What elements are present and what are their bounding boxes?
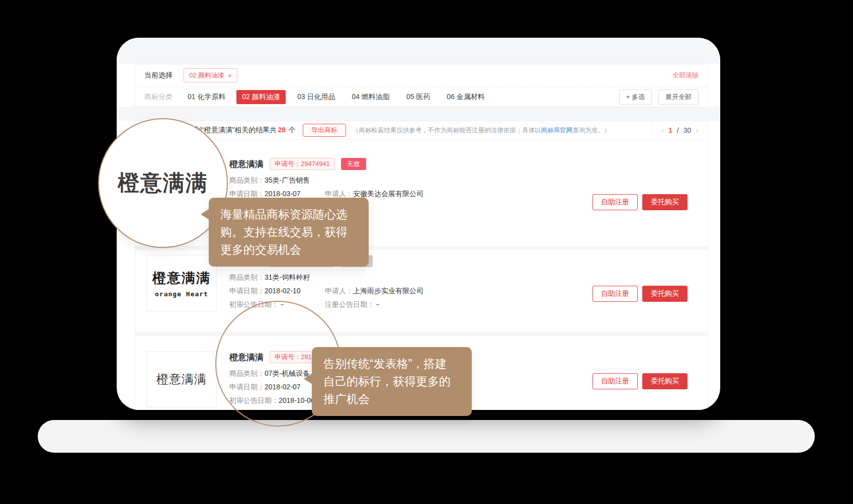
field-label: 申请人： — [325, 287, 353, 295]
field-value: 2018-02-10 — [265, 287, 301, 295]
category-label: 商标分类 — [144, 93, 173, 102]
trademark-office-link[interactable]: 商标局官网 — [541, 127, 573, 134]
trademark-image[interactable]: 橙意满满orange Heart — [146, 255, 217, 311]
trademark-name[interactable]: 橙意满满 — [229, 158, 264, 170]
pagination: ‹ 1 / 30 › — [652, 125, 708, 135]
prev-page-icon[interactable]: ‹ — [661, 125, 664, 135]
detail-field: 申请人：上海雨步实业有限公司 — [325, 287, 423, 296]
category-tabs: 01 化学原料02 颜料油漆03 日化用品04 燃料油脂05 医药06 金属材料 — [188, 90, 501, 104]
laptop-base — [38, 420, 815, 453]
field-value: 2018-02-07 — [265, 383, 301, 391]
trademark-image[interactable]: 橙意满满 — [146, 351, 217, 407]
detail-field: 注册公告日期：－ — [325, 300, 381, 309]
remove-filter-icon[interactable]: × — [228, 72, 232, 79]
selected-filter-tag[interactable]: 02 颜料油漆 × — [184, 68, 237, 82]
trademark-image-text: 橙意满满 — [152, 269, 211, 287]
detail-line: 商品类别：31类-饲料种籽 — [229, 273, 592, 282]
application-number-tag: 申请号：29474941 — [270, 158, 335, 170]
detail-field: 商品类别：31类-饲料种籽 — [229, 273, 325, 282]
detail-field: 申请日期：2018-02-10 — [229, 287, 325, 296]
trademark-name[interactable]: 橙意满满 — [229, 352, 264, 363]
disclaimer-pre: （商标检索结果仅供参考，不作为商标能否注册的法律依据；具体以 — [353, 127, 541, 134]
magnified-trademark-text: 橙意满满 — [118, 169, 208, 198]
category-tab[interactable]: 02 颜料油漆 — [236, 90, 285, 104]
detail-field: 商品类别：35类-广告销售 — [229, 176, 325, 185]
field-label: 申请日期： — [229, 287, 265, 295]
window-top-bar — [117, 38, 720, 64]
category-row: 商标分类 01 化学原料02 颜料油漆03 日化用品04 燃料油脂05 医药06… — [135, 87, 708, 107]
field-value: 安徽美达会展有限公司 — [353, 190, 423, 198]
entrust-purchase-button[interactable]: 委托购买 — [642, 194, 688, 210]
field-value: 2018-10-06 — [279, 396, 315, 404]
detail-line: 初审公告日期：－注册公告日期：－ — [229, 300, 592, 309]
self-register-button[interactable]: 自助注册 — [592, 373, 638, 389]
page-separator: / — [677, 126, 679, 134]
field-label: 初审公告日期： — [229, 396, 279, 404]
results-summary-suffix: 个 — [287, 126, 296, 134]
page: { "filter_bar": { "label": "当前选择", "tag_… — [0, 0, 853, 504]
field-value: － — [374, 300, 381, 308]
results-header: 当前分类下检索到“橙意满满”相关的结果共28 个 导出商标 （商标检索结果仅供参… — [135, 121, 708, 140]
next-page-icon[interactable]: › — [696, 125, 699, 135]
field-label: 商品类别： — [229, 176, 265, 184]
clear-all-button[interactable]: 全部清除 — [672, 71, 699, 80]
panel-gap — [117, 107, 720, 121]
detail-field: 初审公告日期：2018-10-06 — [229, 396, 325, 405]
disclaimer-text: （商标检索结果仅供参考，不作为商标能否注册的法律依据；具体以商标局官网查询为准。… — [353, 126, 652, 135]
entrust-purchase-button[interactable]: 委托购买 — [642, 286, 688, 302]
callout-bubble-promotion: 告别传统“发表格”，搭建 自己的标行，获得更多的 推广机会 — [312, 347, 472, 416]
field-value: － — [279, 300, 286, 308]
filter-tag-label: 02 颜料油漆 — [189, 71, 224, 80]
detail-line: 商品类别：35类-广告销售 — [229, 176, 592, 185]
export-trademarks-button[interactable]: 导出商标 — [303, 124, 346, 137]
total-pages: 30 — [684, 126, 692, 134]
row-separator — [135, 332, 708, 336]
trademark-image-subtext: orange Heart — [155, 290, 208, 298]
entrust-purchase-button[interactable]: 委托购买 — [642, 373, 688, 389]
category-tab[interactable]: 05 医药 — [406, 93, 430, 102]
row-actions: 自助注册委托购买 — [592, 373, 688, 389]
field-label: 注册公告日期： — [325, 300, 374, 308]
field-value: 31类-饲料种籽 — [265, 273, 310, 281]
trademark-image-text: 橙意满满 — [156, 371, 207, 387]
self-register-button[interactable]: 自助注册 — [592, 194, 638, 210]
field-label: 申请人： — [325, 190, 353, 198]
field-value: 上海雨步实业有限公司 — [353, 287, 423, 295]
category-tab[interactable]: 04 燃料油脂 — [352, 93, 389, 102]
field-value: 35类-广告销售 — [265, 176, 310, 184]
multi-select-button[interactable]: + 多选 — [619, 90, 652, 105]
field-label: 初审公告日期： — [229, 300, 279, 308]
category-tab[interactable]: 01 化学原料 — [188, 93, 225, 102]
field-label: 商品类别： — [229, 273, 265, 281]
self-register-button[interactable]: 自助注册 — [592, 286, 638, 302]
current-page: 1 — [668, 126, 672, 134]
status-badge: 无效 — [341, 158, 366, 170]
field-label: 申请日期： — [229, 190, 265, 198]
category-actions: + 多选 展开全部 — [619, 90, 699, 105]
filters-panel: 当前选择 02 颜料油漆 × 全部清除 商标分类 01 化学原料02 颜料油漆0… — [135, 64, 708, 107]
field-label: 申请日期： — [229, 383, 265, 391]
callout-bubble-marketplace: 海量精品商标资源随心选 购。支持在线交易，获得 更多的交易机会 — [209, 198, 369, 267]
detail-field: 初审公告日期：－ — [229, 300, 325, 309]
disclaimer-post: 查询为准。） — [572, 127, 610, 134]
row-actions: 自助注册委托购买 — [592, 286, 688, 302]
detail-line: 申请日期：2018-02-10申请人：上海雨步实业有限公司 — [229, 287, 592, 296]
results-count: 28 — [278, 126, 286, 134]
row-actions: 自助注册委托购买 — [592, 194, 688, 210]
category-tab[interactable]: 03 日化用品 — [297, 93, 335, 102]
field-label: 商品类别： — [229, 369, 265, 377]
current-selection-label: 当前选择 — [144, 71, 173, 80]
trademark-title-line: 橙意满满申请号：29474941无效 — [229, 158, 592, 170]
expand-all-button[interactable]: 展开全部 — [658, 90, 699, 105]
category-tab[interactable]: 06 金属材料 — [447, 93, 484, 102]
current-selection-row: 当前选择 02 颜料油漆 × 全部清除 — [135, 64, 708, 87]
field-value: 2018-03-07 — [265, 190, 301, 198]
